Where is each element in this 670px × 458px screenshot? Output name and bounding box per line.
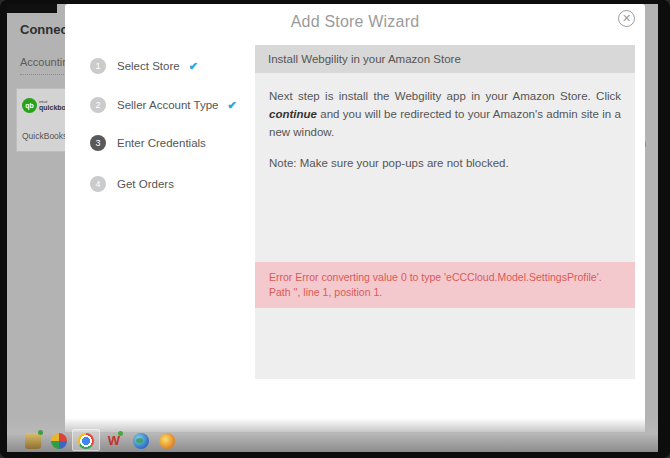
- divider: [20, 74, 66, 75]
- error-message: Error Error converting value 0 to type '…: [255, 262, 635, 308]
- step-4-label: Get Orders: [117, 178, 174, 190]
- step-enter-credentials[interactable]: 3 Enter Credentials: [90, 134, 206, 152]
- panel-header: Install Webgility in your Amazon Store: [255, 45, 635, 73]
- firefox-icon[interactable]: [159, 433, 175, 449]
- step-get-orders[interactable]: 4 Get Orders: [90, 175, 174, 193]
- quickbooks-logo-icon: qb: [22, 98, 37, 113]
- step-1-label: Select Store: [117, 60, 180, 72]
- chrome-icon[interactable]: [78, 433, 94, 449]
- step-1-badge: 1: [90, 58, 106, 74]
- wizard-content-panel: Install Webgility in your Amazon Store N…: [255, 45, 635, 379]
- instruction-text: Next step is install the Webgility app i…: [269, 87, 621, 141]
- check-icon: ✔: [189, 60, 198, 73]
- taskbar: W: [7, 418, 658, 452]
- step-3-badge: 3: [90, 135, 106, 151]
- popup-note: Note: Make sure your pop-ups are not blo…: [269, 154, 621, 172]
- step-2-badge: 2: [90, 97, 106, 113]
- recycle-bin-icon[interactable]: [25, 433, 41, 449]
- quickbooks-card[interactable]: qb intuit quickbooks QuickBooks: [16, 88, 68, 152]
- add-store-wizard-dialog: Add Store Wizard ✕ 1 Select Store ✔ 2 Se…: [65, 4, 645, 432]
- step-4-badge: 4: [90, 176, 106, 192]
- quickbooks-logo: qb intuit quickbooks: [22, 98, 68, 113]
- webgility-icon[interactable]: W: [106, 433, 122, 449]
- screenshot-frame: Connect Accounting qb intuit quickbooks …: [0, 0, 670, 458]
- taskbar-dock: W: [15, 429, 185, 451]
- globe-icon[interactable]: [133, 433, 149, 449]
- media-app-icon[interactable]: [51, 433, 67, 449]
- close-icon[interactable]: ✕: [618, 10, 635, 27]
- step-2-label: Seller Account Type: [117, 99, 218, 111]
- frame-notch: [7, 4, 57, 13]
- step-3-label: Enter Credentials: [117, 137, 206, 149]
- continue-emphasis: continue: [269, 108, 317, 120]
- step-seller-account-type[interactable]: 2 Seller Account Type ✔: [90, 96, 237, 114]
- step-select-store[interactable]: 1 Select Store ✔: [90, 57, 198, 75]
- quickbooks-card-label: QuickBooks: [22, 131, 67, 141]
- dialog-title: Add Store Wizard: [65, 13, 645, 31]
- quickbooks-wordmark: quickbooks: [39, 104, 68, 111]
- check-icon: ✔: [227, 99, 236, 112]
